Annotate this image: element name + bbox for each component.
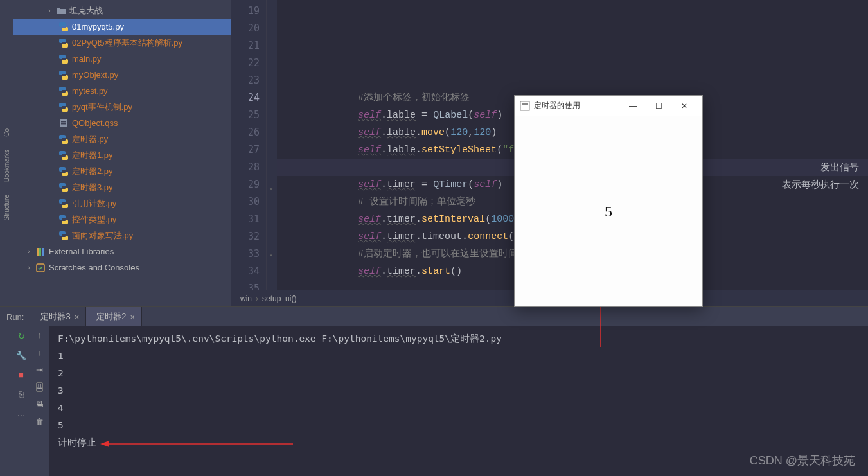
file-item[interactable]: 控件类型.py (13, 211, 231, 227)
svg-marker-8 (100, 441, 109, 447)
side-tab-co[interactable]: Co (3, 128, 10, 137)
wrench-icon[interactable]: 🔧 (15, 349, 27, 361)
counter-label: 5 (605, 203, 612, 220)
close-icon[interactable]: × (130, 312, 136, 322)
svg-rect-5 (42, 248, 44, 256)
library-icon (35, 246, 46, 258)
file-item[interactable]: pyqt事件机制.py (13, 99, 231, 115)
print-icon[interactable]: 🖶 (35, 400, 44, 409)
rerun-icon[interactable]: ↻ (15, 330, 27, 342)
app-window: 定时器的使用 ― ☐ ✕ 5 (514, 95, 703, 307)
app-icon (520, 101, 530, 111)
file-item[interactable]: 面向对象写法.py (13, 227, 231, 243)
run-tab[interactable]: 定时器2× (86, 307, 142, 326)
side-tab-bookmarks[interactable]: Bookmarks (3, 150, 10, 182)
close-icon[interactable]: × (75, 312, 80, 322)
file-item[interactable]: 02PyQt5程序基本结构解析.py (13, 35, 231, 51)
maximize-button[interactable]: ☐ (646, 101, 671, 110)
file-item[interactable]: mytest.py (13, 83, 231, 99)
close-button[interactable]: ✕ (671, 101, 697, 110)
file-item[interactable]: main.py (13, 51, 231, 67)
left-tool-strip-bottom (0, 326, 13, 476)
chevron-right-icon: › (256, 294, 258, 303)
folder-item[interactable]: ›坦克大战 (13, 3, 231, 19)
breadcrumb-item[interactable]: setup_ui() (262, 294, 296, 303)
run-tabs: Run: 定时器3×定时器2× (0, 307, 868, 326)
project-panel: ›坦克大战01mypyqt5.py02PyQt5程序基本结构解析.pymain.… (13, 0, 231, 306)
scratch-icon (35, 262, 46, 274)
file-item[interactable]: 定时器2.py (13, 163, 231, 179)
up-icon[interactable]: ↑ (37, 330, 42, 340)
help-icon[interactable]: … (15, 407, 27, 419)
fold-column: ⌃ ⌄ (267, 0, 277, 290)
chevron-right-icon[interactable]: › (23, 248, 35, 255)
left-tool-strip: Co Bookmarks Structure (0, 0, 13, 306)
external-libraries[interactable]: ›External Libraries (13, 243, 231, 260)
file-item[interactable]: 01mypyqt5.py (13, 19, 231, 35)
down-icon[interactable]: ↓ (37, 348, 42, 357)
chevron-right-icon[interactable]: › (44, 7, 55, 14)
exit-icon[interactable]: ⎘ (15, 388, 27, 400)
run-label: Run: (0, 312, 30, 322)
svg-rect-1 (61, 121, 66, 123)
breadcrumb-item[interactable]: win (240, 294, 252, 303)
folder-icon (55, 5, 67, 17)
window-title: 定时器的使用 (534, 100, 620, 111)
file-item[interactable]: QObject.qss (13, 115, 231, 131)
run-panel: Run: 定时器3×定时器2× ↻ 🔧 ■ ⎘ … ↑ ↓ ⇥ ⇊ 🖶 🗑 F:… (0, 306, 868, 476)
chevron-right-icon[interactable]: › (23, 264, 35, 271)
annotation-arrow-icon (100, 434, 293, 454)
scratches-consoles[interactable]: ›Scratches and Consoles (13, 260, 231, 276)
minimize-button[interactable]: ― (620, 101, 646, 110)
window-body: 5 (515, 116, 702, 306)
svg-rect-2 (61, 123, 66, 125)
titlebar[interactable]: 定时器的使用 ― ☐ ✕ (515, 96, 702, 116)
scroll-end-icon[interactable]: ⇊ (36, 382, 43, 392)
file-item[interactable]: 定时器3.py (13, 179, 231, 195)
file-item[interactable]: 引用计数.py (13, 195, 231, 211)
run-toolbar: ↻ 🔧 ■ ⎘ … (13, 326, 30, 476)
file-item[interactable]: myObjext.py (13, 67, 231, 83)
run-output[interactable]: F:\pythonitems\mypyqt5\.env\Scripts\pyth… (49, 326, 868, 476)
run-subtoolbar: ↑ ↓ ⇥ ⇊ 🖶 🗑 (30, 326, 49, 476)
code-overflow-2: 表示每秒执行一次 (782, 176, 859, 193)
soft-wrap-icon[interactable]: ⇥ (36, 365, 43, 375)
svg-rect-3 (37, 248, 39, 256)
gutter: 1920212223242526272829303132333435 (231, 0, 267, 290)
svg-rect-10 (522, 103, 528, 105)
side-tab-structure[interactable]: Structure (3, 195, 10, 221)
file-item[interactable]: 定时器1.py (13, 147, 231, 163)
file-item[interactable]: 定时器.py (13, 131, 231, 147)
run-tab[interactable]: 定时器3× (30, 307, 86, 326)
trash-icon[interactable]: 🗑 (35, 417, 44, 427)
svg-rect-4 (39, 248, 41, 256)
stop-icon[interactable]: ■ (15, 369, 27, 380)
code-overflow-1: 发出信号 (820, 159, 859, 176)
